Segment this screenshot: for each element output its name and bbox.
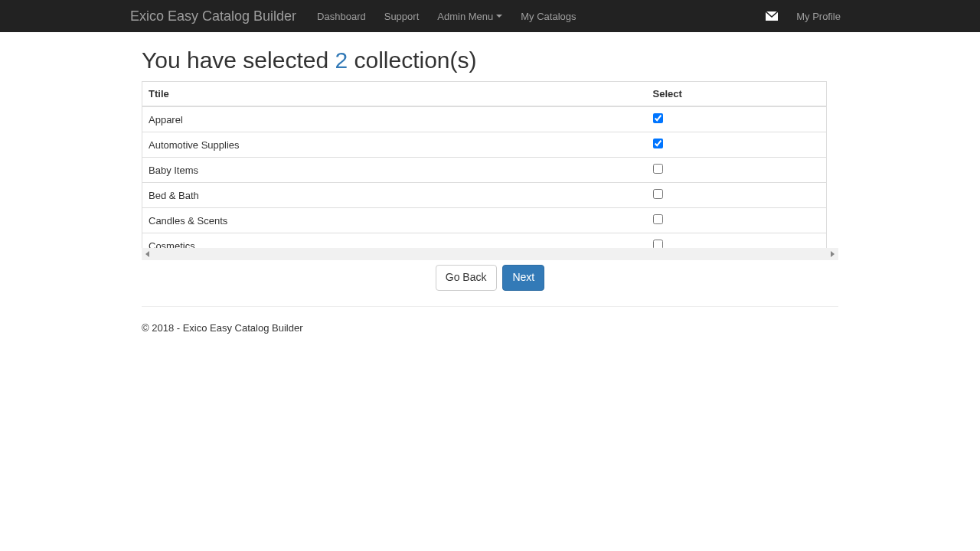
table-scroll-content[interactable]: Ttile Select ApparelAutomotive SuppliesB… [142, 81, 838, 248]
cell-select [647, 208, 827, 233]
table-scroll-frame: Ttile Select ApparelAutomotive SuppliesB… [142, 81, 838, 248]
select-checkbox[interactable] [653, 139, 663, 148]
table-row: Baby Items [142, 158, 827, 183]
cell-select [647, 106, 827, 132]
cell-title: Cosmetics [142, 233, 647, 249]
button-row: Go Back Next [142, 265, 838, 291]
navbar: Exico Easy Catalog Builder Dashboard Sup… [0, 0, 980, 32]
page-title: You have selected 2 collection(s) [142, 47, 838, 73]
cell-select [647, 233, 827, 249]
brand-link[interactable]: Exico Easy Catalog Builder [130, 8, 308, 24]
select-checkbox[interactable] [653, 189, 663, 199]
table-row: Automotive Supplies [142, 132, 827, 158]
cell-title: Baby Items [142, 158, 647, 183]
nav-admin-menu[interactable]: Admin Menu [428, 11, 511, 22]
main-container: You have selected 2 collection(s) Ttile … [130, 47, 850, 334]
nav-my-profile[interactable]: My Profile [787, 11, 850, 22]
table-row: Bed & Bath [142, 183, 827, 208]
cell-title: Candles & Scents [142, 208, 647, 233]
th-title: Ttile [142, 82, 647, 107]
page-title-suffix: collection(s) [348, 47, 476, 73]
nav-admin-menu-label: Admin Menu [437, 11, 493, 22]
select-checkbox[interactable] [653, 164, 663, 174]
select-checkbox[interactable] [653, 240, 663, 248]
cell-title: Apparel [142, 106, 647, 132]
next-button[interactable]: Next [502, 265, 544, 291]
nav-dashboard[interactable]: Dashboard [308, 11, 375, 22]
collections-table: Ttile Select ApparelAutomotive SuppliesB… [142, 81, 827, 248]
page-title-count: 2 [335, 47, 348, 73]
cell-select [647, 158, 827, 183]
envelope-icon [766, 11, 778, 21]
th-select: Select [647, 82, 827, 107]
page-title-prefix: You have selected [142, 47, 335, 73]
table-row: Apparel [142, 106, 827, 132]
go-back-button[interactable]: Go Back [436, 265, 497, 291]
nav-support[interactable]: Support [375, 11, 429, 22]
nav-my-catalogs[interactable]: My Catalogs [511, 11, 585, 22]
select-checkbox[interactable] [653, 113, 663, 123]
table-row: Cosmetics [142, 233, 827, 249]
table-row: Candles & Scents [142, 208, 827, 233]
nav-messages[interactable] [756, 11, 787, 21]
cell-title: Automotive Supplies [142, 132, 647, 158]
horizontal-scrollbar[interactable] [142, 248, 838, 260]
cell-select [647, 132, 827, 158]
cell-select [647, 183, 827, 208]
select-checkbox[interactable] [653, 214, 663, 224]
footer-text: © 2018 - Exico Easy Catalog Builder [142, 322, 838, 334]
cell-title: Bed & Bath [142, 183, 647, 208]
divider [142, 306, 838, 307]
caret-down-icon [496, 15, 502, 18]
